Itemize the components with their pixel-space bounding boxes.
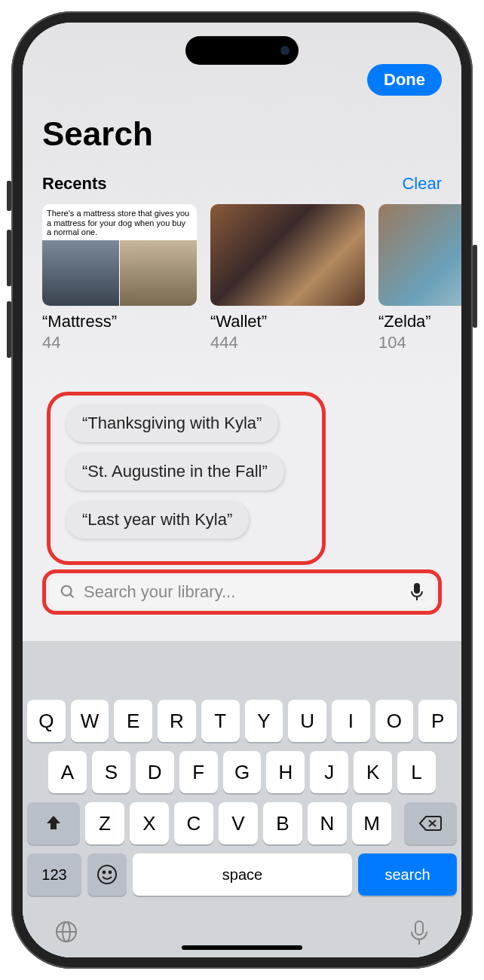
key-z[interactable]: Z: [85, 802, 124, 844]
keyboard-row-2: ASDFGHJKL: [27, 751, 457, 793]
recent-item-wallet[interactable]: “Wallet” 444: [210, 204, 365, 353]
key-g[interactable]: G: [223, 751, 262, 793]
key-s[interactable]: S: [92, 751, 130, 793]
clear-button[interactable]: Clear: [402, 174, 442, 194]
key-k[interactable]: K: [354, 751, 392, 793]
key-i[interactable]: I: [332, 700, 370, 742]
dynamic-island: [185, 36, 299, 65]
key-a[interactable]: A: [48, 751, 87, 793]
globe-icon[interactable]: [54, 920, 78, 950]
svg-line-1: [70, 594, 74, 598]
key-b[interactable]: B: [263, 802, 302, 844]
recent-count: 44: [42, 333, 197, 353]
meme-caption: There's a mattress store that gives you …: [42, 204, 197, 240]
volume-down-button: [7, 301, 11, 358]
suggestions-highlight: “Thanksgiving with Kyla” “St. Augustine …: [47, 392, 326, 565]
recents-label: Recents: [42, 174, 107, 194]
search-key[interactable]: search: [358, 853, 457, 896]
search-input[interactable]: [84, 582, 402, 602]
key-x[interactable]: X: [130, 802, 169, 844]
screen: Done Search Recents Clear There's a matt…: [23, 23, 461, 957]
done-button[interactable]: Done: [367, 64, 442, 96]
backspace-key[interactable]: [404, 802, 457, 844]
svg-point-8: [109, 872, 112, 874]
recent-title: “Zelda”: [378, 312, 461, 331]
svg-point-0: [62, 586, 72, 596]
key-n[interactable]: N: [308, 802, 347, 844]
shift-key[interactable]: [27, 802, 80, 844]
suggestion-chip[interactable]: “Thanksgiving with Kyla”: [66, 405, 278, 442]
suggestion-chip[interactable]: “St. Augustine in the Fall”: [66, 453, 284, 490]
search-icon: [60, 584, 76, 600]
recents-row: There's a mattress store that gives you …: [23, 201, 461, 356]
key-l[interactable]: L: [397, 751, 436, 793]
keyboard-bottom: [27, 905, 457, 950]
emoji-key[interactable]: [87, 853, 127, 896]
search-highlight: [42, 569, 442, 615]
keyboard-row-1: QWERTYUIOP: [27, 700, 457, 742]
recent-item-zelda[interactable]: “Zelda” 104: [378, 204, 461, 353]
recent-thumbnail: There's a mattress store that gives you …: [42, 204, 197, 306]
key-h[interactable]: H: [266, 751, 305, 793]
top-bar: Done: [23, 64, 461, 102]
volume-up-button: [7, 230, 11, 286]
keyboard: QWERTYUIOP ASDFGHJKL ZXCVBNM 123: [23, 641, 461, 957]
svg-point-6: [98, 866, 116, 884]
content-area: Done Search Recents Clear There's a matt…: [23, 23, 461, 957]
power-button: [473, 245, 477, 328]
key-u[interactable]: U: [288, 700, 326, 742]
recent-title: “Mattress”: [42, 312, 197, 331]
space-key[interactable]: space: [133, 853, 352, 896]
phone-frame: Done Search Recents Clear There's a matt…: [11, 11, 473, 969]
recent-thumbnail: [210, 204, 365, 306]
recent-count: 104: [378, 333, 461, 353]
side-button: [7, 181, 11, 211]
key-c[interactable]: C: [174, 802, 213, 844]
key-w[interactable]: W: [71, 700, 109, 742]
svg-rect-2: [414, 583, 420, 594]
key-y[interactable]: Y: [245, 700, 283, 742]
key-t[interactable]: T: [201, 700, 240, 742]
numbers-key[interactable]: 123: [27, 853, 81, 896]
key-r[interactable]: R: [158, 700, 196, 742]
key-o[interactable]: O: [375, 700, 414, 742]
page-title: Search: [23, 102, 461, 160]
recent-count: 444: [210, 333, 365, 353]
recent-item-mattress[interactable]: There's a mattress store that gives you …: [42, 204, 197, 353]
home-indicator[interactable]: [182, 945, 302, 950]
key-j[interactable]: J: [310, 751, 348, 793]
key-f[interactable]: F: [179, 751, 218, 793]
microphone-icon[interactable]: [409, 582, 424, 602]
search-bar[interactable]: [49, 576, 435, 608]
key-q[interactable]: Q: [27, 700, 66, 742]
key-v[interactable]: V: [219, 802, 258, 844]
suggestion-chip[interactable]: “Last year with Kyla”: [66, 501, 249, 539]
recent-thumbnail: [378, 204, 461, 306]
key-p[interactable]: P: [418, 700, 457, 742]
svg-point-7: [103, 872, 106, 874]
key-m[interactable]: M: [352, 802, 391, 844]
keyboard-row-4: 123 space search: [27, 853, 457, 896]
svg-rect-12: [415, 921, 423, 935]
key-d[interactable]: D: [136, 751, 174, 793]
recents-header: Recents Clear: [23, 160, 461, 201]
key-e[interactable]: E: [114, 700, 152, 742]
keyboard-row-3: ZXCVBNM: [27, 802, 457, 844]
dictation-icon[interactable]: [409, 920, 430, 950]
recent-title: “Wallet”: [210, 312, 365, 331]
